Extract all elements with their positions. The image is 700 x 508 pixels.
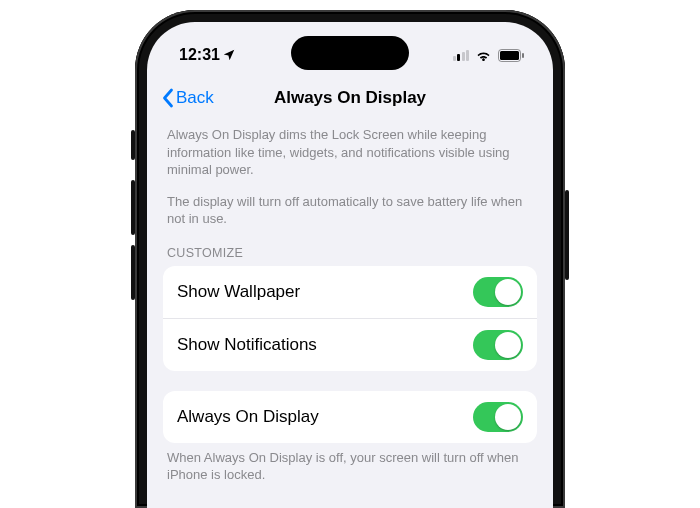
row-label: Show Wallpaper: [177, 282, 300, 302]
description-block: Always On Display dims the Lock Screen w…: [163, 120, 537, 228]
back-label: Back: [176, 88, 214, 108]
side-button: [131, 245, 135, 300]
toggle-show-notifications[interactable]: [473, 330, 523, 360]
side-button: [131, 180, 135, 235]
nav-bar: Back Always On Display: [147, 76, 553, 120]
svg-rect-1: [500, 51, 519, 60]
location-icon: [222, 48, 236, 62]
back-button[interactable]: Back: [161, 88, 214, 108]
row-show-wallpaper[interactable]: Show Wallpaper: [163, 266, 537, 318]
row-show-notifications[interactable]: Show Notifications: [163, 318, 537, 371]
description-text: Always On Display dims the Lock Screen w…: [167, 126, 533, 179]
battery-icon: [498, 49, 525, 62]
svg-rect-2: [522, 53, 524, 58]
dynamic-island: [291, 36, 409, 70]
description-text: The display will turn off automatically …: [167, 193, 533, 228]
main-group: Always On Display: [163, 391, 537, 443]
toggle-show-wallpaper[interactable]: [473, 277, 523, 307]
chevron-left-icon: [161, 88, 174, 108]
page-title: Always On Display: [274, 88, 426, 108]
footer-note: When Always On Display is off, your scre…: [163, 443, 537, 484]
content: Always On Display dims the Lock Screen w…: [147, 120, 553, 484]
section-header-customize: CUSTOMIZE: [163, 242, 537, 266]
status-left: 12:31: [179, 46, 236, 64]
side-button: [131, 130, 135, 160]
row-label: Show Notifications: [177, 335, 317, 355]
wifi-icon: [475, 49, 492, 62]
status-right: [453, 49, 526, 62]
customize-group: Show Wallpaper Show Notifications: [163, 266, 537, 371]
status-time: 12:31: [179, 46, 220, 64]
row-label: Always On Display: [177, 407, 319, 427]
side-button: [565, 190, 569, 280]
phone-frame: 12:31 Ba: [135, 10, 565, 508]
row-always-on-display[interactable]: Always On Display: [163, 391, 537, 443]
toggle-always-on-display[interactable]: [473, 402, 523, 432]
screen: 12:31 Ba: [147, 22, 553, 508]
cellular-icon: [453, 50, 470, 61]
